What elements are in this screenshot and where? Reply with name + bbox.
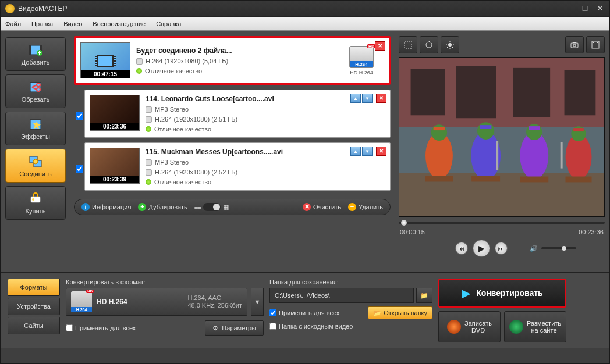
time-display: 00:00:1500:23:36 [399, 229, 605, 235]
svg-point-10 [33, 159, 38, 164]
svg-rect-39 [520, 177, 548, 183]
convert-button[interactable]: ▶ Конвертировать [438, 279, 566, 308]
svg-rect-24 [513, 68, 551, 117]
source-folder-checkbox[interactable]: Папка с исходным видео [269, 323, 432, 330]
menu-file[interactable]: Файл [5, 20, 21, 27]
clear-button[interactable]: ✕Очистить [303, 203, 341, 211]
open-folder-button[interactable]: 📂Открыть папку [368, 306, 432, 319]
plus-icon: + [138, 203, 146, 211]
params-button[interactable]: ⚙Параметры [205, 320, 264, 336]
volume-control[interactable]: 🔊 [530, 245, 576, 252]
item-close-button[interactable]: ✕ [375, 41, 385, 51]
brightness-tool-button[interactable] [441, 36, 459, 53]
tab-sites[interactable]: Сайты [8, 317, 60, 334]
item-close-button[interactable]: ✕ [376, 147, 386, 156]
menu-help[interactable]: Справка [156, 20, 181, 27]
svg-rect-35 [496, 141, 498, 170]
delete-button[interactable]: −Удалить [348, 203, 383, 211]
svg-rect-44 [561, 142, 563, 169]
sidebar-add[interactable]: Добавить [5, 37, 66, 71]
item-format: H.264 (1920x1080) (5,04 ГБ) [136, 58, 333, 65]
close-window-button[interactable]: ✕ [595, 4, 605, 13]
preview-panel: 00:00:1500:23:36 ⏮ ▶ ⏭ 🔊 [394, 31, 609, 272]
folder-icon: 📁 [420, 292, 428, 299]
list-item-merged[interactable]: 00:47:15 Будет соединено 2 файла... H.26… [74, 36, 391, 85]
apply-all-checkbox[interactable]: Применить для всех [66, 324, 136, 331]
list-view-toggle[interactable]: ≡≡▦ [194, 203, 229, 211]
tab-devices[interactable]: Устройства [8, 298, 60, 315]
svg-rect-30 [425, 176, 453, 182]
item-format: H.264 (1920x1080) (2,52 ГБ) [146, 169, 380, 176]
crop-tool-button[interactable] [399, 36, 417, 53]
svg-point-14 [426, 42, 432, 48]
quality-dot-icon [146, 126, 151, 132]
item-close-button[interactable]: ✕ [376, 94, 386, 103]
seek-bar[interactable] [399, 217, 605, 229]
snapshot-button[interactable] [565, 36, 584, 53]
menu-video[interactable]: Видео [63, 20, 82, 27]
playback-controls: ⏮ ▶ ⏭ 🔊 [399, 238, 605, 259]
clear-icon: ✕ [303, 203, 311, 211]
format-dropdown-button[interactable]: ▼ [251, 288, 264, 316]
svg-point-32 [477, 122, 494, 140]
svg-rect-38 [529, 126, 540, 130]
format-tabs: Форматы Устройства Сайты [8, 279, 60, 342]
rotate-tool-button[interactable] [420, 36, 438, 53]
svg-rect-25 [565, 70, 596, 115]
item-checkbox[interactable] [76, 165, 83, 173]
info-button[interactable]: iИнформация [81, 203, 131, 211]
minus-icon: − [348, 203, 356, 211]
quality-dot-icon [146, 179, 151, 185]
sidebar: Добавить Обрезать Эффекты Соединить Купи… [1, 31, 70, 272]
save-apply-all-checkbox[interactable]: Применить для всех [269, 309, 339, 316]
menu-playback[interactable]: Воспроизведение [93, 20, 146, 27]
folder-open-icon: 📂 [373, 309, 381, 317]
audio-icon [146, 159, 152, 166]
duration-label: 00:23:39 [90, 176, 139, 183]
format-panel: Конвертировать в формат: HDH.264 HD H.26… [66, 279, 264, 342]
minimize-button[interactable]: — [565, 4, 574, 13]
item-title: 114. Leonardo Cuts Loose[cartoo....avi [146, 95, 380, 103]
format-selector[interactable]: HDH.264 HD H.264 H.264, AAC48,0 KHz, 256… [66, 288, 247, 316]
publish-button[interactable]: Разместитьна сайте [504, 311, 566, 342]
titlebar: ВидеоМАСТЕР — □ ✕ [1, 1, 609, 17]
item-title: Будет соединено 2 файла... [136, 47, 333, 55]
burn-dvd-button[interactable]: ЗаписатьDVD [438, 311, 501, 342]
sidebar-effects[interactable]: Эффекты [5, 112, 66, 145]
list-item[interactable]: 00:23:36 114. Leonardo Cuts Loose[cartoo… [84, 90, 391, 138]
duration-label: 00:47:15 [81, 70, 130, 78]
move-down-button[interactable]: ▼ [362, 147, 373, 156]
format-icon [146, 116, 152, 123]
video-preview[interactable] [399, 57, 605, 217]
move-up-button[interactable]: ▲ [350, 94, 361, 103]
sidebar-buy[interactable]: Купить [5, 186, 66, 220]
maximize-button[interactable]: □ [580, 4, 590, 13]
move-up-button[interactable]: ▲ [350, 147, 361, 156]
menu-edit[interactable]: Правка [31, 20, 53, 27]
browse-folder-button[interactable]: 📁 [416, 288, 432, 303]
prev-button[interactable]: ⏮ [455, 242, 468, 255]
item-checkbox[interactable] [76, 112, 83, 120]
app-logo-icon [5, 4, 15, 13]
next-button[interactable]: ⏭ [495, 242, 508, 255]
move-down-button[interactable]: ▼ [362, 94, 373, 103]
item-audio: MP3 Stereo [146, 159, 380, 166]
item-title: 115. Muckman Messes Up[cartoons.....avi [146, 148, 380, 156]
sidebar-join[interactable]: Соединить [5, 149, 66, 183]
tab-formats[interactable]: Форматы [8, 279, 60, 296]
format-header: Конвертировать в формат: [66, 279, 264, 286]
play-button[interactable]: ▶ [473, 240, 490, 257]
fullscreen-button[interactable] [586, 36, 605, 53]
sidebar-cut[interactable]: Обрезать [5, 74, 66, 108]
quality-dot-icon [136, 68, 142, 74]
list-item[interactable]: 00:23:39 115. Muckman Messes Up[cartoons… [84, 142, 391, 191]
file-list: 00:47:15 Будет соединено 2 файла... H.26… [70, 31, 394, 272]
svg-rect-42 [573, 128, 584, 131]
save-path-input[interactable] [269, 288, 414, 303]
duplicate-button[interactable]: +Дублировать [138, 203, 187, 211]
audio-icon [146, 106, 152, 113]
format-icon [136, 58, 143, 65]
format-icon: HDH.264 [71, 291, 92, 312]
menubar: Файл Правка Видео Воспроизведение Справк… [1, 17, 609, 31]
preview-tools [399, 36, 605, 55]
